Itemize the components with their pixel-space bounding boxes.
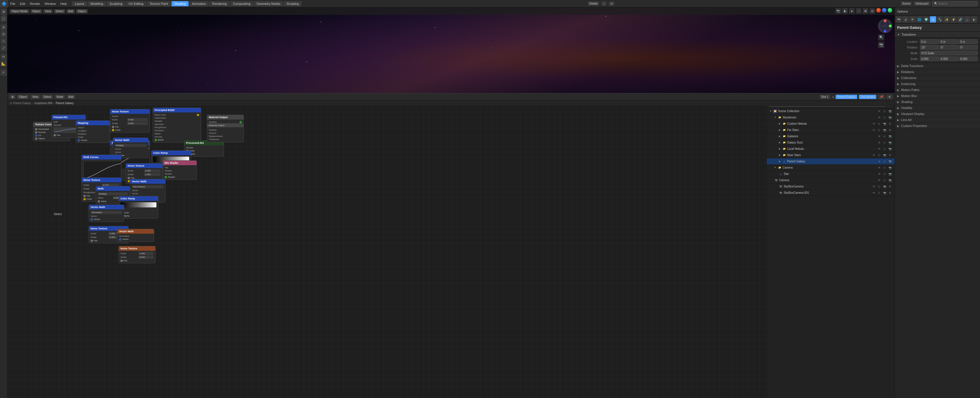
menu-render[interactable]: Render — [28, 0, 43, 7]
prop-icon-render[interactable]: 📷 — [896, 16, 902, 22]
scene-item-skysboxes[interactable]: ▼ 📁 Skysboxes 👁 ⊙ 📷 — [767, 114, 894, 121]
motion-blur-section[interactable]: ▶ Motion Blur — [895, 93, 980, 99]
node-principled-bsdf[interactable]: Principled BSDF Base Color Subsurface Me… — [153, 107, 201, 143]
scene-select[interactable]: Scene — [900, 2, 912, 6]
add-object-tool[interactable]: + — [0, 69, 7, 76]
item-cursor[interactable]: ⊙ — [877, 184, 881, 189]
prop-value[interactable]: 2.000 — [144, 173, 161, 176]
prop-value[interactable]: 5.000 — [127, 122, 148, 125]
scale-x[interactable]: 6.000 — [920, 56, 939, 61]
ne-object-mode[interactable]: Object — [17, 95, 29, 99]
relations-section[interactable]: ▶ Relations — [895, 69, 980, 75]
item-eye[interactable]: 👁 — [877, 178, 881, 182]
menu-help[interactable]: Help — [58, 0, 69, 7]
ne-pin[interactable]: 📌 — [878, 95, 885, 99]
item-extra[interactable]: ⚙ — [888, 121, 892, 126]
vp-material-icon[interactable]: ◐ — [842, 8, 848, 14]
rotate-tool[interactable]: ↻ — [0, 31, 7, 37]
vp-view-menu[interactable]: View — [43, 9, 53, 13]
item-extra[interactable]: ⚙ — [888, 184, 892, 189]
global-mode-select[interactable]: Global — [588, 2, 600, 6]
item-eye[interactable]: 👁 — [872, 184, 876, 189]
item-render[interactable]: 📷 — [888, 147, 892, 151]
snap-toggle[interactable]: ⟂ — [601, 2, 606, 6]
search-bar[interactable]: 🔍 Search — [932, 1, 978, 6]
zoom-icon[interactable]: 🔍 — [878, 34, 884, 40]
item-cursor[interactable]: ⊙ — [877, 190, 881, 195]
vp-render-icon[interactable]: 📷 — [835, 8, 841, 14]
scene-item-custom-nebula[interactable]: ▶ 📁 Custom Nebula 👁 ⊙ 📷 ⚙ — [767, 121, 894, 127]
item-eye[interactable]: 👁 — [877, 115, 881, 120]
vp-object-menu[interactable]: Object — [76, 9, 88, 13]
item-render[interactable]: 📷 — [882, 153, 887, 158]
vmath2-mode[interactable]: Dot Product — [132, 185, 164, 188]
object-mode-select[interactable]: Object Mode — [10, 9, 29, 13]
menu-edit[interactable]: Edit — [18, 0, 28, 7]
node-vector-math-3[interactable]: Vector Math Normalize Vector Vector — [89, 205, 124, 222]
breadcrumb-parent-galaxy[interactable]: Parent Galaxy — [56, 102, 73, 105]
node-side-panel[interactable]: Material Output Surface Volume Displacem… — [207, 123, 244, 142]
item-eye[interactable]: 👁 — [877, 134, 881, 139]
visibility-section[interactable]: ▶ Visibility — [895, 105, 980, 111]
scale-y[interactable]: 6.000 — [939, 56, 958, 61]
item-render[interactable]: 📷 — [888, 141, 892, 145]
prop-value[interactable]: 1.000 — [138, 252, 154, 255]
item-eye[interactable]: 👁 — [877, 147, 881, 151]
scene-item-camera-object[interactable]: 📷 Camera 👁 ⊙ 📷 — [767, 177, 894, 184]
prop-icon-physics[interactable]: ⚡ — [950, 16, 957, 22]
scene-item-skyboxcamera[interactable]: 📷 SkyBoxCamera 👁 ⊙ 📷 ⚙ — [767, 184, 894, 190]
cursor-tool[interactable]: ⊕ — [0, 8, 7, 15]
tab-rendering[interactable]: Rendering — [209, 1, 230, 6]
scene-item-local-nebula[interactable]: ▶ 📁 Local Nebula 👁 ⊙ 📷 — [767, 146, 894, 152]
item-cursor[interactable]: ⊙ — [882, 165, 887, 170]
collections-section[interactable]: ▶ Collections — [895, 75, 980, 81]
item-render[interactable]: 📷 — [882, 128, 887, 133]
ne-close[interactable]: ✕ — [886, 95, 892, 99]
item-render[interactable]: 📷 — [888, 165, 892, 170]
rotation-y[interactable]: 0° — [939, 45, 958, 50]
viewport[interactable]: Object Mode Object View Select Add Objec… — [7, 7, 894, 93]
viewport-display-section[interactable]: ▶ Viewport Display — [895, 111, 980, 117]
rotation-mode-value[interactable]: XYZ Euler — [920, 51, 978, 55]
item-render[interactable]: 📷 — [882, 184, 887, 189]
scene-item-near-stars[interactable]: ▶ 📁 Near Stars 👁 ⊙ 📷 ⚙ — [767, 152, 894, 158]
math-mode[interactable]: Multiply — [98, 192, 128, 195]
tab-animation[interactable]: Animation — [189, 1, 209, 6]
line-art-section[interactable]: ▶ Line Art — [895, 117, 980, 123]
item-render[interactable]: 📷 — [882, 190, 887, 195]
tab-sculpting[interactable]: Sculpting — [107, 1, 125, 6]
location-z[interactable]: 0 m — [959, 39, 978, 44]
tab-texture-paint[interactable]: Texture Paint — [147, 1, 171, 6]
ne-select[interactable]: Select — [41, 95, 53, 99]
nav-gizmo[interactable]: Z X Y — [878, 19, 892, 33]
rotation-x[interactable]: 15° — [920, 45, 939, 50]
item-cursor[interactable]: ⊙ — [882, 141, 887, 145]
tab-modeling[interactable]: Modeling — [88, 1, 106, 6]
node-mix-pink[interactable]: Mix Shader Fac Shader Shader Shader — [163, 160, 197, 180]
transform-section-header[interactable]: ▼ Transform — [895, 32, 980, 38]
scale-z[interactable]: 6.000 — [959, 56, 978, 61]
node-noise-texture-final[interactable]: Noise Texture Scale1.000 Detail8.000 Fac — [119, 246, 156, 263]
ne-add[interactable]: Add — [67, 95, 75, 99]
vp-solid-icon[interactable]: ● — [849, 8, 855, 14]
node-vector-noise[interactable]: Vector Math Normalize Vector — [117, 229, 154, 242]
item-cursor[interactable]: ⊙ — [882, 172, 887, 176]
prop-icon-world[interactable]: 🌍 — [923, 16, 929, 22]
prop-icon-constraints[interactable]: 🔗 — [957, 16, 964, 22]
location-x[interactable]: 0 m — [920, 39, 939, 44]
transform-tool[interactable]: ⤢ — [0, 45, 7, 51]
prop-icon-modifier[interactable]: 🔧 — [937, 16, 943, 22]
scale-tool[interactable]: ⤡ — [0, 38, 7, 44]
item-cursor[interactable]: ⊙ — [882, 134, 887, 139]
menu-window[interactable]: Window — [43, 0, 58, 7]
item-eye[interactable]: 👁 — [877, 159, 881, 164]
item-render[interactable]: 📷 — [888, 115, 892, 120]
item-eye[interactable]: 👁 — [872, 153, 876, 158]
ne-slot[interactable]: Slot 1 — [819, 95, 830, 99]
item-eye[interactable]: 👁 — [877, 109, 881, 113]
prop-value[interactable]: 8.000 — [138, 256, 154, 259]
item-cursor[interactable]: ⊙ — [882, 178, 887, 182]
item-render[interactable]: 📷 — [888, 159, 892, 164]
vp-overlay-icon[interactable]: ⊞ — [862, 8, 868, 14]
proportional-edit[interactable]: ⊙ — [609, 2, 614, 6]
